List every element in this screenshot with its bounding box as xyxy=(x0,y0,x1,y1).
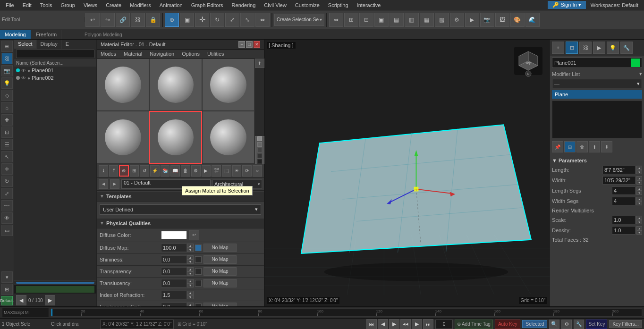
delete-library-btn[interactable]: 🗑 xyxy=(181,165,190,177)
frame-input[interactable]: 0 xyxy=(436,320,452,329)
mat-slot-4[interactable] xyxy=(149,111,202,163)
mat-strip-item5[interactable] xyxy=(257,159,262,164)
density-down[interactable]: ▼ xyxy=(636,230,642,235)
right-hierarchy-btn[interactable]: ⛓ xyxy=(579,42,592,54)
bind-button[interactable]: 🔒 xyxy=(146,13,160,27)
preview-btn[interactable]: ▶ xyxy=(202,165,211,177)
ior-up[interactable]: ▲ xyxy=(187,291,194,295)
mat-slot-3[interactable] xyxy=(97,111,149,163)
next-frame-btn[interactable]: ▶ xyxy=(412,319,422,329)
menu-sign-in[interactable]: 🔑 Sign In ▾ xyxy=(548,1,585,9)
viewcube[interactable]: Top N xyxy=(512,44,545,77)
length-segs-input[interactable]: 4 xyxy=(612,186,636,195)
redo-button[interactable]: ↪ xyxy=(101,13,115,27)
play-reverse-btn[interactable]: ◂◂ xyxy=(400,319,411,329)
ior-down[interactable]: ▼ xyxy=(187,295,194,299)
small-prev-btn[interactable]: ◀ xyxy=(16,295,26,305)
scale-input[interactable]: 1.0 xyxy=(612,216,636,224)
menu-group[interactable]: Group xyxy=(57,1,79,9)
scale-button[interactable]: ⤢ xyxy=(225,13,239,27)
video-color-btn[interactable]: 🎬 xyxy=(212,165,221,177)
extra2-button[interactable]: 🌊 xyxy=(525,13,540,27)
mat-strip-item1[interactable] xyxy=(257,136,262,141)
width-segs-input[interactable]: 4 xyxy=(612,197,636,205)
default-label[interactable]: Default xyxy=(1,296,13,305)
diffuse-map-check[interactable] xyxy=(195,245,202,251)
mat-minimize-btn[interactable]: − xyxy=(238,41,245,48)
luminance-check[interactable] xyxy=(195,304,202,306)
diffuse-map-value[interactable]: 100.0 xyxy=(161,244,187,252)
diffuse-color-swatch[interactable] xyxy=(161,231,187,239)
length-segs-up[interactable]: ▲ xyxy=(636,186,642,191)
mat-menu-navigation[interactable]: Navigation xyxy=(146,50,178,58)
mat-strip-item4[interactable] xyxy=(257,153,262,158)
side-rotate2-icon[interactable]: ↻ xyxy=(1,176,13,187)
layer2-button[interactable]: ▤ xyxy=(390,13,404,27)
object-color-swatch[interactable] xyxy=(631,59,640,67)
rotate-button[interactable]: ↻ xyxy=(210,13,224,27)
layer3-button[interactable]: ▥ xyxy=(405,13,419,27)
reset-btn[interactable]: ↺ xyxy=(140,165,149,177)
select-region-button[interactable]: ▣ xyxy=(180,13,194,27)
select-by-material-btn[interactable]: ⊞ xyxy=(130,165,139,177)
mat-menu-material[interactable]: Material xyxy=(120,50,146,58)
width-segs-down[interactable]: ▼ xyxy=(636,201,642,205)
put-to-scene-btn[interactable]: ⤒ xyxy=(109,165,119,177)
shininess-check[interactable] xyxy=(195,256,202,263)
menu-tools[interactable]: Tools xyxy=(36,1,56,9)
shininess-nomap[interactable]: No Map xyxy=(203,255,237,264)
ior-value[interactable]: 1.5 xyxy=(161,291,187,299)
side-wave-icon[interactable]: 〰 xyxy=(1,200,13,211)
translucency-down[interactable]: ▼ xyxy=(187,283,194,287)
render-viewport-button[interactable]: 🖼 xyxy=(495,13,509,27)
extra-filter-btn[interactable]: ⚙ xyxy=(561,320,572,329)
width-input[interactable]: 10'5 29/32" xyxy=(602,176,636,185)
luminance-value[interactable]: 0.0 xyxy=(161,303,187,306)
move-up-btn[interactable]: ⬆ xyxy=(589,141,600,152)
plane001-eye2[interactable]: ● xyxy=(27,68,30,73)
extra1-button[interactable]: 🎨 xyxy=(510,13,525,27)
right-utility-btn[interactable]: 🔧 xyxy=(620,42,633,54)
maxscript-input[interactable]: MAXScript Mi xyxy=(2,308,49,317)
pin-btn[interactable]: 📌 xyxy=(552,141,563,152)
length-segs-down[interactable]: ▼ xyxy=(636,191,642,195)
cycle-btn[interactable]: ⟳ xyxy=(242,165,252,177)
nav-fwd-btn[interactable]: ► xyxy=(110,179,119,189)
right-create-btn[interactable]: + xyxy=(552,42,564,54)
menu-rendering[interactable]: Rendering xyxy=(228,1,260,9)
last-frame-btn[interactable]: ⏭ xyxy=(423,319,433,329)
right-motion-btn[interactable]: ▶ xyxy=(593,42,605,54)
transparency-check[interactable] xyxy=(195,268,202,275)
transparency-down[interactable]: ▼ xyxy=(187,271,194,276)
width-segs-up[interactable]: ▲ xyxy=(636,197,642,201)
shininess-up[interactable]: ▲ xyxy=(187,255,194,260)
move-down-btn[interactable]: ⬇ xyxy=(601,141,612,152)
diffuse-map-nomap[interactable]: No Map xyxy=(203,244,237,252)
render-frame-button[interactable]: 📷 xyxy=(480,13,494,27)
backlight-btn[interactable]: ☀ xyxy=(232,165,242,177)
scale-up[interactable]: ▲ xyxy=(636,216,642,220)
mat-slot-1[interactable] xyxy=(149,59,202,111)
menu-workspaces[interactable]: Workspaces: Default xyxy=(587,1,642,9)
auto-key-btn[interactable]: Auto Key xyxy=(495,320,521,329)
templates-dropdown[interactable]: User Defined ▾ xyxy=(100,204,261,215)
menu-file[interactable]: File xyxy=(2,1,18,9)
list-item-plane001[interactable]: 👁 ● Plane001 xyxy=(14,67,96,74)
layer5-button[interactable]: ▧ xyxy=(435,13,449,27)
mat-menu-utilities[interactable]: Utilities xyxy=(203,50,228,58)
small-next-btn[interactable]: ▶ xyxy=(45,295,55,305)
scale3-button[interactable]: ⇔ xyxy=(255,13,270,27)
menu-create[interactable]: Create xyxy=(102,1,125,9)
play-btn[interactable]: ▶ xyxy=(389,319,399,329)
side-move2-icon[interactable]: ✛ xyxy=(1,163,13,175)
add-time-tag-btn[interactable]: ⊕ Add Time Tag xyxy=(455,320,493,329)
search-input[interactable] xyxy=(16,50,94,58)
mat-close-btn[interactable]: ✕ xyxy=(254,41,260,48)
menu-civil-view[interactable]: Civil View xyxy=(260,1,290,9)
translucency-up[interactable]: ▲ xyxy=(187,279,194,283)
freeform-tab[interactable]: Freeform xyxy=(31,30,62,39)
mat-maximize-btn[interactable]: □ xyxy=(246,41,253,48)
create-selection-dropdown[interactable]: Create Selection Se ▾ xyxy=(274,14,324,26)
transparency-nomap[interactable]: No Map xyxy=(203,267,237,276)
side-pointer-icon[interactable]: ↖ xyxy=(1,151,13,162)
